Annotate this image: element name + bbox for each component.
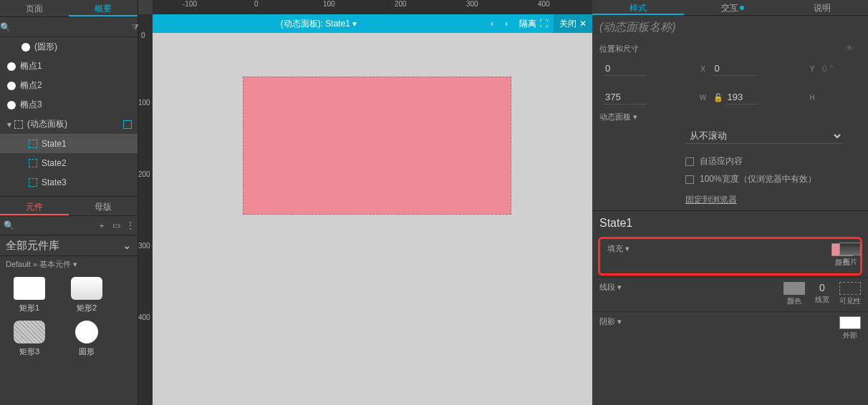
x-input[interactable] xyxy=(604,62,647,76)
state-icon xyxy=(29,140,37,148)
ruler-vertical: 0 100 200 300 400 xyxy=(138,14,153,405)
outline-item-ellipse3[interactable]: 椭点3 xyxy=(0,95,138,114)
size-grid: W 🔓 H xyxy=(592,87,868,107)
ruler-tick: 400 xyxy=(538,0,550,8)
outline-item-state1[interactable]: State1 xyxy=(0,134,138,153)
outline-item-ellipse2[interactable]: 椭点2 xyxy=(0,76,138,95)
tab-notes[interactable]: 说明 xyxy=(776,0,868,15)
right-panel: 样式 交互 说明 (动态面板名称) 位置和尺寸 👁 X Y 0 ° W 🔓 H … xyxy=(592,0,868,405)
prev-state-button[interactable]: ‹ xyxy=(485,19,499,29)
library-select[interactable]: 全部元件库 ⌄ xyxy=(0,235,138,256)
outline-item-state3[interactable]: State3 xyxy=(0,172,138,192)
canvas-inner: (动态面板): State1 ▾ ‹ › 隔离 ⛶ 关闭 ✕ xyxy=(153,14,592,405)
fill-image-swatch[interactable]: 图片 xyxy=(839,243,861,267)
interaction-indicator-icon xyxy=(740,6,744,10)
ruler-tick: -100 xyxy=(183,0,197,8)
w-input[interactable] xyxy=(604,90,647,104)
library-menu-icon[interactable]: ▭ xyxy=(109,220,123,230)
outline-label: 椭点3 xyxy=(20,99,42,111)
widget-label: 矩形1 xyxy=(19,303,39,313)
widget-label: 矩形3 xyxy=(19,346,39,357)
search-icon: 🔍 xyxy=(0,220,17,230)
widget-rect3[interactable]: 矩形3 xyxy=(4,321,54,357)
selected-shape[interactable] xyxy=(243,77,511,215)
ruler-tick: 200 xyxy=(138,170,150,178)
scroll-select[interactable]: 从不滚动 xyxy=(685,128,843,144)
visibility-marker-icon[interactable] xyxy=(123,120,132,129)
widget-label: 矩形2 xyxy=(77,303,97,313)
library-breadcrumb[interactable]: Default » 基本元件 ▾ xyxy=(0,256,138,273)
rect1-icon xyxy=(14,277,45,300)
outline-item-state2[interactable]: State2 xyxy=(0,153,138,172)
caret-down-icon: ▾ xyxy=(7,119,11,130)
close-icon: ✕ xyxy=(579,19,587,29)
canvas-title[interactable]: (动态面板): State1 ▾ xyxy=(153,18,485,30)
widget-name-input[interactable]: (动态面板名称) xyxy=(592,16,868,39)
tab-interactions[interactable]: 交互 xyxy=(684,0,776,15)
stroke-color-swatch[interactable]: 颜色 xyxy=(783,282,805,306)
y-input[interactable] xyxy=(713,62,756,76)
outline-label: 椭点2 xyxy=(20,79,42,92)
circle-icon xyxy=(7,62,16,71)
h-label: H xyxy=(806,94,818,102)
stroke-section: 线段 ▾ 颜色 0线宽 可见性 xyxy=(592,277,868,311)
outline-item-circle[interactable]: (圆形) xyxy=(0,37,138,57)
w-label: W xyxy=(698,94,709,102)
widget-rect2[interactable]: 矩形2 xyxy=(62,277,112,313)
h-input[interactable] xyxy=(726,90,758,104)
close-button[interactable]: 关闭 ✕ xyxy=(554,14,592,33)
ruler-tick: 300 xyxy=(138,242,150,250)
shadow-section: 阴影 ▾ 外部 xyxy=(592,311,868,346)
visibility-swatch-icon xyxy=(839,282,861,295)
shadow-label[interactable]: 阴影 ▾ xyxy=(599,316,628,327)
canvas-body[interactable] xyxy=(153,33,592,405)
outline-item-dynamicpanel[interactable]: ▾(动态面板) xyxy=(0,114,138,134)
add-library-icon[interactable]: ＋ xyxy=(95,220,109,232)
stroke-label[interactable]: 线段 ▾ xyxy=(599,282,628,293)
circle-icon xyxy=(7,101,16,109)
circle-icon xyxy=(75,321,98,343)
isolate-button[interactable]: 隔离 ⛶ xyxy=(513,18,554,30)
dynamicpanel-icon xyxy=(14,120,23,129)
tab-outline[interactable]: 概要 xyxy=(69,0,138,16)
shadow-swatch-icon xyxy=(839,316,861,329)
isolate-icon: ⛶ xyxy=(539,19,548,29)
dynamicpanel-section: 动态面板 ▾ 从不滚动 自适应内容 100%宽度（仅浏览器中有效） 固定到浏览器 xyxy=(592,107,868,210)
visibility-toggle-icon[interactable]: 👁 xyxy=(846,44,854,52)
widget-circle[interactable]: 圆形 xyxy=(62,321,112,357)
full-width-checkbox[interactable]: 100%宽度（仅浏览器中有效） xyxy=(685,173,861,185)
tab-masters[interactable]: 母版 xyxy=(69,197,138,215)
x-label: X xyxy=(698,65,709,73)
outline-search-input[interactable] xyxy=(11,21,132,32)
library-tabs: 元件 母版 xyxy=(0,196,138,216)
checkbox-icon xyxy=(685,157,694,166)
stroke-width[interactable]: 0线宽 xyxy=(815,282,829,306)
outline-item-ellipse1[interactable]: 椭点1 xyxy=(0,57,138,76)
widget-rect1[interactable]: 矩形1 xyxy=(4,277,54,313)
next-state-button[interactable]: › xyxy=(499,19,513,29)
ruler-tick: 100 xyxy=(138,99,150,107)
outline-label: (动态面板) xyxy=(27,118,67,130)
tab-style[interactable]: 样式 xyxy=(592,0,684,15)
library-more-icon[interactable]: ⋮ xyxy=(123,220,138,230)
circle-icon xyxy=(7,82,16,90)
ruler-tick: 100 xyxy=(323,0,335,8)
ruler-horizontal: -100 0 100 200 300 400 xyxy=(153,0,592,14)
outline-search-row: 🔍 ⧩ xyxy=(0,17,138,37)
fit-content-checkbox[interactable]: 自适应内容 xyxy=(685,155,861,167)
search-icon: 🔍 xyxy=(0,22,11,32)
state-header: State1 xyxy=(592,210,868,235)
pin-to-browser-link[interactable]: 固定到浏览器 xyxy=(685,194,737,206)
position-grid: X Y 0 ° xyxy=(592,59,868,79)
stroke-visibility[interactable]: 可见性 xyxy=(839,282,861,306)
tab-page[interactable]: 页面 xyxy=(0,0,69,16)
image-swatch-icon xyxy=(839,243,861,255)
tab-widgets[interactable]: 元件 xyxy=(0,197,69,215)
rect3-icon xyxy=(14,321,45,343)
right-tabs: 样式 交互 说明 xyxy=(592,0,868,16)
lock-ratio-icon[interactable]: 🔓 xyxy=(713,93,723,102)
outline-tree: (圆形) 椭点1 椭点2 椭点3 ▾(动态面板) State1 State2 S… xyxy=(0,37,138,192)
shadow-outer-swatch[interactable]: 外部 xyxy=(839,316,861,341)
dp-section-title[interactable]: 动态面板 ▾ xyxy=(599,112,861,122)
rect2-icon xyxy=(71,277,102,300)
